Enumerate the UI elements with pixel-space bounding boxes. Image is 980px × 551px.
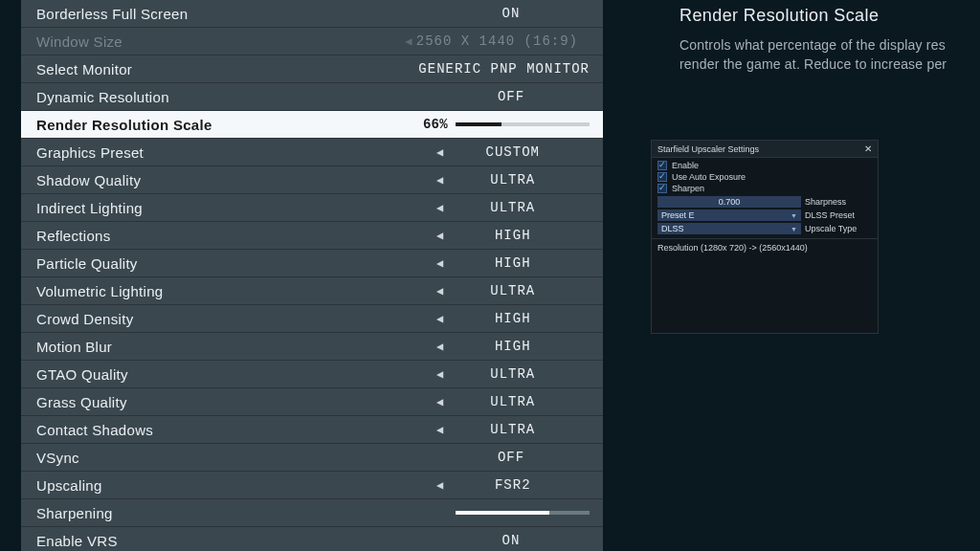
setting-value[interactable]: GENERIC PNP MONITOR: [418, 61, 590, 77]
arrow-left-icon[interactable]: ◀: [433, 395, 448, 409]
setting-label: Grass Quality: [36, 394, 127, 410]
setting-slider[interactable]: 66%: [410, 117, 590, 132]
setting-row[interactable]: Contact Shadows◀ULTRA: [21, 416, 603, 444]
preset-row[interactable]: Preset E ▼ DLSS Preset: [657, 209, 872, 221]
arrow-left-icon[interactable]: ◀: [433, 145, 448, 160]
setting-label: Window Size: [36, 33, 122, 50]
setting-cycler[interactable]: ◀CUSTOM: [433, 144, 590, 160]
setting-value: HIGH: [448, 228, 578, 243]
setting-cycler[interactable]: ◀HIGH: [433, 339, 590, 354]
setting-value[interactable]: OFF: [433, 450, 590, 465]
preset-value: Preset E: [661, 210, 695, 220]
setting-cycler[interactable]: ◀ULTRA: [433, 172, 590, 187]
setting-label: Borderless Full Screen: [36, 6, 188, 22]
arrow-left-icon[interactable]: ◀: [433, 423, 448, 437]
setting-label: Volumetric Lighting: [36, 283, 163, 299]
settings-list: Borderless Full ScreenONWindow Size◀2560…: [21, 0, 603, 551]
preset-select[interactable]: Preset E ▼: [657, 209, 801, 221]
checkbox-icon[interactable]: [657, 184, 667, 193]
check-auto-exposure[interactable]: Use Auto Exposure: [657, 171, 872, 183]
arrow-left-icon[interactable]: ◀: [433, 367, 448, 382]
setting-label: GTAO Quality: [36, 366, 128, 383]
setting-row[interactable]: Upscaling◀FSR2: [21, 472, 603, 499]
setting-cycler[interactable]: ◀ULTRA: [433, 366, 590, 382]
setting-row[interactable]: VSyncOFF: [21, 444, 603, 472]
checkbox-icon[interactable]: [657, 172, 667, 182]
setting-value: CUSTOM: [448, 144, 578, 160]
setting-row[interactable]: Grass Quality◀ULTRA: [21, 388, 603, 416]
setting-label: Sharpening: [36, 505, 113, 521]
arrow-left-icon[interactable]: ◀: [401, 34, 416, 49]
setting-cycler[interactable]: ◀HIGH: [433, 255, 590, 271]
setting-label: Upscaling: [36, 477, 102, 494]
setting-cycler[interactable]: ◀2560 X 1440 (16:9): [401, 33, 590, 49]
setting-label: Render Resolution Scale: [36, 117, 212, 133]
caret-down-icon: ▼: [791, 226, 797, 232]
check-enable[interactable]: Enable: [657, 160, 872, 171]
overlay-title-text: Starfield Upscaler Settings: [657, 144, 759, 154]
upscale-select[interactable]: DLSS ▼: [657, 223, 801, 234]
sharpness-value: 0.700: [719, 197, 741, 207]
upscale-value: DLSS: [661, 224, 684, 233]
setting-row[interactable]: Render Resolution Scale66%: [21, 111, 603, 139]
setting-row[interactable]: Select MonitorGENERIC PNP MONITOR: [21, 55, 603, 83]
setting-cycler[interactable]: ◀ULTRA: [433, 394, 590, 409]
setting-row[interactable]: Shadow Quality◀ULTRA: [21, 166, 603, 194]
setting-value[interactable]: OFF: [433, 89, 590, 104]
arrow-left-icon[interactable]: ◀: [433, 284, 448, 298]
slider-track[interactable]: [456, 511, 590, 515]
setting-row[interactable]: Particle Quality◀HIGH: [21, 250, 603, 277]
arrow-left-icon[interactable]: ◀: [433, 229, 448, 243]
setting-label: Particle Quality: [36, 255, 138, 272]
setting-cycler[interactable]: ◀HIGH: [433, 311, 590, 326]
overlay-titlebar[interactable]: Starfield Upscaler Settings ✕: [652, 141, 878, 158]
setting-cycler[interactable]: ◀FSR2: [433, 477, 590, 493]
arrow-left-icon[interactable]: ◀: [433, 312, 448, 326]
arrow-left-icon[interactable]: ◀: [433, 201, 448, 215]
arrow-left-icon[interactable]: ◀: [433, 478, 448, 493]
setting-value[interactable]: ON: [433, 6, 590, 21]
upscaler-overlay[interactable]: Starfield Upscaler Settings ✕ Enable Use…: [651, 140, 879, 334]
setting-value[interactable]: ON: [433, 533, 590, 548]
arrow-left-icon[interactable]: ◀: [433, 340, 448, 354]
setting-row[interactable]: Motion Blur◀HIGH: [21, 333, 603, 361]
setting-value: ULTRA: [448, 366, 578, 382]
sharpness-slider[interactable]: 0.700: [657, 196, 801, 208]
setting-row[interactable]: Window Size◀2560 X 1440 (16:9): [21, 28, 603, 55]
setting-label: Enable VRS: [36, 533, 118, 549]
setting-row[interactable]: Indirect Lighting◀ULTRA: [21, 194, 603, 222]
setting-description: Render Resolution Scale Controls what pe…: [679, 6, 980, 75]
setting-row[interactable]: Graphics Preset◀CUSTOM: [21, 139, 603, 166]
setting-row[interactable]: Dynamic ResolutionOFF: [21, 83, 603, 111]
setting-cycler[interactable]: ◀HIGH: [433, 228, 590, 243]
setting-cycler[interactable]: ◀ULTRA: [433, 283, 590, 298]
setting-value: HIGH: [448, 255, 578, 271]
setting-slider[interactable]: [456, 511, 590, 515]
overlay-body: Enable Use Auto Exposure Sharpen 0.700 S…: [652, 158, 878, 333]
sharpness-row[interactable]: 0.700 Sharpness: [657, 196, 872, 208]
setting-value: HIGH: [448, 339, 578, 354]
setting-row[interactable]: Borderless Full ScreenON: [21, 0, 603, 28]
slider-fill: [456, 511, 549, 515]
setting-label: Indirect Lighting: [36, 200, 143, 216]
arrow-left-icon[interactable]: ◀: [433, 173, 448, 187]
upscale-type-row[interactable]: DLSS ▼ Upscale Type: [657, 223, 872, 234]
slider-track[interactable]: [456, 122, 590, 126]
setting-value: 2560 X 1440 (16:9): [416, 33, 578, 49]
setting-row[interactable]: Sharpening: [21, 499, 603, 527]
description-body: Controls what percentage of the display …: [679, 35, 980, 75]
setting-label: Dynamic Resolution: [36, 89, 169, 105]
setting-row[interactable]: Crowd Density◀HIGH: [21, 305, 603, 333]
setting-cycler[interactable]: ◀ULTRA: [433, 422, 590, 437]
slider-value: 66%: [410, 117, 448, 132]
setting-cycler[interactable]: ◀ULTRA: [433, 200, 590, 215]
setting-row[interactable]: Volumetric Lighting◀ULTRA: [21, 277, 603, 305]
check-sharpen[interactable]: Sharpen: [657, 183, 872, 194]
setting-row[interactable]: Reflections◀HIGH: [21, 222, 603, 250]
setting-row[interactable]: Enable VRSON: [21, 527, 603, 551]
setting-value: ULTRA: [448, 394, 578, 409]
checkbox-icon[interactable]: [657, 161, 667, 170]
arrow-left-icon[interactable]: ◀: [433, 256, 448, 271]
setting-row[interactable]: GTAO Quality◀ULTRA: [21, 361, 603, 388]
close-icon[interactable]: ✕: [864, 143, 872, 154]
